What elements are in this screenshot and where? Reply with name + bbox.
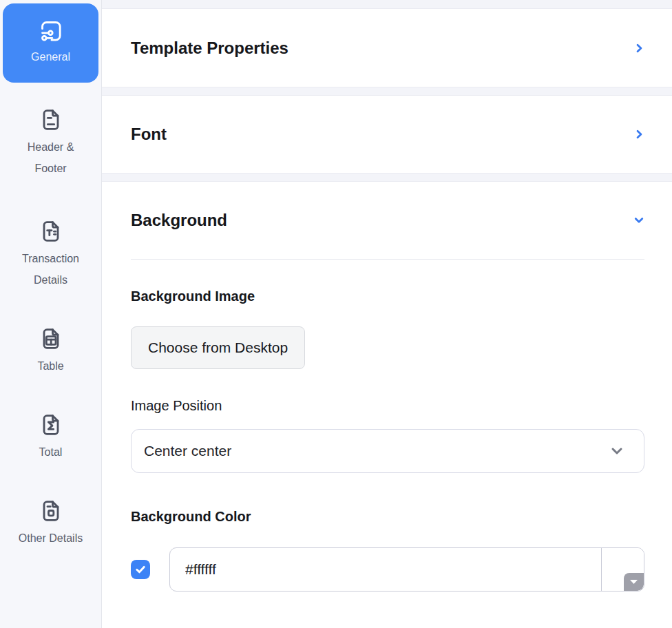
background-color-input-group — [169, 547, 644, 592]
template-properties-title: Template Properties — [131, 39, 288, 58]
sidebar-item-total[interactable]: Total — [37, 411, 65, 463]
background-image-label: Background Image — [131, 289, 644, 304]
background-color-row — [131, 547, 644, 592]
sidebar-item-label: Table — [37, 355, 63, 377]
choose-from-desktop-button[interactable]: Choose from Desktop — [131, 326, 305, 369]
background-color-swatch — [601, 548, 644, 591]
section-gap — [102, 87, 672, 96]
sidebar-item-label: Header & Footer — [12, 136, 90, 179]
color-picker-dropdown-button[interactable] — [624, 573, 644, 591]
background-color-input[interactable] — [170, 548, 601, 591]
background-header[interactable]: Background — [131, 182, 644, 259]
header-footer-icon — [37, 106, 65, 134]
chevron-down-icon — [609, 443, 624, 459]
other-details-icon — [37, 497, 65, 525]
sidebar-item-transaction-details[interactable]: Transaction Details — [12, 218, 90, 291]
image-position-label: Image Position — [131, 398, 644, 414]
font-section: Font — [102, 96, 672, 173]
image-position-select[interactable]: Center center — [131, 429, 644, 473]
sidebar-item-general[interactable]: General — [3, 3, 98, 83]
font-header[interactable]: Font — [102, 96, 672, 173]
settings-main: Template Properties Font Background — [102, 0, 672, 628]
sidebar-item-label: Other Details — [19, 527, 83, 549]
background-section: Background Background Image Choose from … — [102, 182, 672, 628]
background-title: Background — [131, 211, 227, 230]
sidebar: General Header & Footer Transaction Deta… — [0, 0, 102, 628]
font-title: Font — [131, 125, 167, 144]
total-icon — [37, 411, 65, 439]
section-gap — [102, 0, 672, 9]
chevron-right-icon — [633, 43, 644, 54]
sidebar-item-header-footer[interactable]: Header & Footer — [12, 106, 90, 179]
checkmark-icon — [134, 563, 147, 576]
general-icon — [37, 17, 65, 45]
chevron-down-icon — [633, 215, 644, 226]
sidebar-item-label: Transaction Details — [12, 248, 90, 291]
sidebar-item-table[interactable]: Table — [37, 325, 65, 377]
template-properties-section: Template Properties — [102, 9, 672, 87]
sidebar-item-label: Total — [39, 441, 63, 463]
background-color-checkbox[interactable] — [131, 560, 150, 579]
chevron-right-icon — [633, 129, 644, 140]
section-gap — [102, 173, 672, 182]
background-divider — [131, 259, 644, 260]
sidebar-item-label: General — [31, 46, 70, 67]
table-icon — [37, 325, 65, 353]
triangle-down-icon — [630, 580, 638, 584]
image-position-value: Center center — [144, 443, 231, 459]
template-properties-header[interactable]: Template Properties — [102, 9, 672, 87]
transaction-details-icon — [37, 218, 65, 245]
template-settings-panel: General Header & Footer Transaction Deta… — [0, 0, 672, 628]
sidebar-item-other-details[interactable]: Other Details — [19, 497, 83, 549]
background-color-label: Background Color — [131, 509, 644, 525]
